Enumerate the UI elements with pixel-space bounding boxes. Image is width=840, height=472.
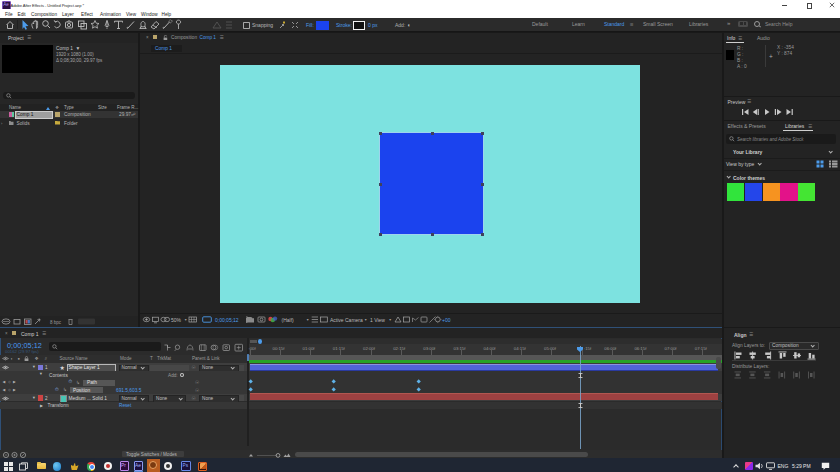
svg-text:50%: 50% [171, 317, 182, 323]
svg-text:▼: ▼ [184, 318, 187, 322]
svg-text:▼: ▼ [306, 318, 309, 322]
svg-text:8 bpc: 8 bpc [50, 320, 62, 325]
svg-text:(Half): (Half) [282, 317, 295, 323]
